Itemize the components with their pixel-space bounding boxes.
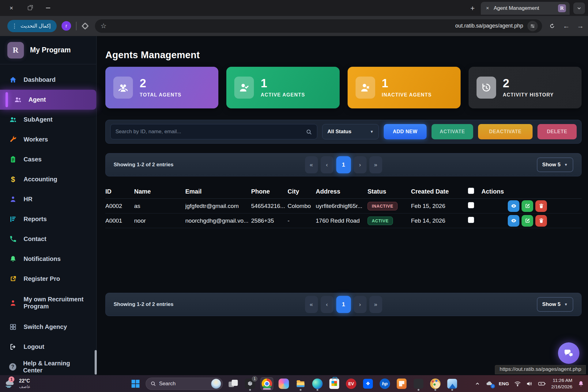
browser-tab[interactable]: × Agent Management R <box>481 2 570 15</box>
notification-bell-icon[interactable] <box>578 380 584 387</box>
tray-date: 2/16/2026 <box>551 384 572 390</box>
search-icon <box>150 381 156 386</box>
sidebar-item-reports[interactable]: Reports <box>0 209 96 229</box>
sidebar-item-dashboard[interactable]: Dashboard <box>0 70 96 90</box>
photos-app-button[interactable] <box>446 377 459 390</box>
sidebar-item-help-center[interactable]: ? Help & Learning Center <box>0 357 96 377</box>
brand-logo: R <box>7 42 24 58</box>
next-page-button[interactable]: › <box>354 296 367 313</box>
first-page-button[interactable]: « <box>305 156 318 173</box>
table-row[interactable]: A0001 noor noorchgdhg@gmail.vo... 2586+3… <box>105 213 582 228</box>
add-new-button[interactable]: ADD NEW <box>384 124 427 139</box>
view-button[interactable] <box>508 215 519 227</box>
show-per-page-select[interactable]: Show 5 ▼ <box>537 157 573 172</box>
last-page-button[interactable]: » <box>369 296 382 313</box>
window-titlebar: × + × Agent Management R <box>0 0 588 16</box>
show-per-page-select[interactable]: Show 5 ▼ <box>537 297 573 312</box>
forward-button[interactable]: → <box>575 20 586 32</box>
tab-close-icon[interactable]: × <box>484 5 491 11</box>
expressvpn-button[interactable]: EV <box>345 377 358 390</box>
language-indicator[interactable]: ENG <box>499 381 509 386</box>
prev-page-button[interactable]: ‹ <box>321 156 334 173</box>
hp-app-button[interactable]: hp <box>379 377 391 390</box>
sidebar-item-my-recruitment-program[interactable]: My own Recruitment Program <box>0 289 96 317</box>
chat-fab-button[interactable] <box>558 342 579 364</box>
table-row[interactable]: A0002 as jgfgfedtr@gmail.com 546543216..… <box>105 199 582 213</box>
select-all-checkbox[interactable] <box>468 188 474 194</box>
taskbar-center: Search 1 EV ❖ hp <box>130 377 459 390</box>
sidebar-item-switch-agency[interactable]: Switch Agency <box>0 317 96 337</box>
paint-app-button[interactable] <box>429 377 442 390</box>
prev-page-button[interactable]: ‹ <box>321 296 334 313</box>
url-text[interactable]: out.ratib.sa/pages/agent.php <box>107 23 527 29</box>
app-with-badge-button[interactable]: 1 <box>244 377 257 390</box>
edge-taskbar-button[interactable] <box>311 377 324 390</box>
mail-app-button[interactable] <box>395 377 408 390</box>
bookmark-star-icon[interactable]: ☆ <box>100 22 107 30</box>
page-1-button[interactable]: 1 <box>336 296 351 313</box>
delete-button[interactable]: DELETE <box>537 124 577 139</box>
sidebar-item-subagent[interactable]: SubAgent <box>0 110 96 130</box>
status-badge: INACTIVE <box>368 202 398 210</box>
sidebar-item-logout[interactable]: Logout <box>0 337 96 357</box>
deactivate-button[interactable]: DEACTIVATE <box>478 124 533 139</box>
search-box[interactable] <box>110 124 317 139</box>
reload-button[interactable] <box>546 20 558 32</box>
sidebar-item-contact[interactable]: Contact <box>0 229 96 249</box>
site-controls-icon[interactable] <box>527 21 538 31</box>
sidebar-item-cases[interactable]: Cases <box>0 149 96 169</box>
row-checkbox[interactable] <box>468 217 474 223</box>
dropbox-button[interactable]: ❖ <box>362 377 375 390</box>
window-minimize-button[interactable] <box>43 3 53 13</box>
wifi-icon[interactable] <box>514 381 521 386</box>
tray-chevron-up-icon[interactable] <box>475 381 480 386</box>
row-checkbox[interactable] <box>468 202 474 208</box>
taskbar-search[interactable]: Search <box>146 378 223 390</box>
background-app-button[interactable] <box>412 377 425 390</box>
back-button[interactable]: ← <box>560 20 572 32</box>
new-tab-button[interactable]: + <box>467 3 478 13</box>
edit-button[interactable] <box>522 215 533 227</box>
reload-icon <box>549 23 556 29</box>
start-button[interactable] <box>130 378 142 390</box>
tab-title: Agent Management <box>494 5 555 11</box>
sidebar-item-hr[interactable]: HR <box>0 189 96 209</box>
first-page-button[interactable]: « <box>305 296 318 313</box>
address-bar[interactable]: ☆ out.ratib.sa/pages/agent.php <box>95 19 542 33</box>
sidebar-item-accounting[interactable]: $ Accounting <box>0 169 96 189</box>
onedrive-tray-icon[interactable]: i <box>485 380 493 387</box>
tab-search-button[interactable] <box>573 2 585 14</box>
volume-icon[interactable] <box>526 381 533 386</box>
window-restore-button[interactable] <box>24 3 35 13</box>
file-explorer-button[interactable] <box>294 377 307 390</box>
ms-store-button[interactable] <box>328 377 341 390</box>
next-page-button[interactable]: › <box>354 156 367 173</box>
view-button[interactable] <box>508 200 519 212</box>
edit-button[interactable] <box>522 200 533 212</box>
sidebar-item-register-pro[interactable]: Register Pro <box>0 269 96 289</box>
browser-update-button[interactable]: ⋮ إكمال التحديث <box>7 20 57 32</box>
sidebar-item-notifications[interactable]: Notifications <box>0 249 96 269</box>
chrome-taskbar-button[interactable] <box>261 377 273 390</box>
status-filter-select[interactable]: All Status ▼ <box>322 124 379 139</box>
delete-row-button[interactable] <box>535 215 547 227</box>
stat-label: INACTIVE AGENTS <box>382 92 432 98</box>
sidebar-item-workers[interactable]: Workers <box>0 130 96 149</box>
extensions-puzzle-icon[interactable] <box>81 22 89 30</box>
activate-button[interactable]: ACTIVATE <box>432 124 473 139</box>
taskbar-clock[interactable]: 11:26 AM 2/16/2026 <box>551 377 572 390</box>
search-input[interactable] <box>115 129 306 135</box>
window-close-button[interactable]: × <box>6 3 17 13</box>
sidebar-item-agent[interactable]: Agent <box>0 90 96 110</box>
task-view-button[interactable] <box>227 377 240 390</box>
sidebar-scrollbar-thumb[interactable] <box>95 350 97 375</box>
weather-widget[interactable]: 1 22°C عاصف <box>4 378 31 389</box>
running-indicator <box>249 389 251 391</box>
last-page-button[interactable]: » <box>369 156 382 173</box>
copilot-taskbar-button[interactable] <box>277 377 290 390</box>
profile-avatar[interactable]: r <box>62 21 71 31</box>
cell-email: jgfgfedtr@gmail.com <box>185 203 251 209</box>
battery-charging-icon[interactable] <box>538 381 546 386</box>
page-1-button[interactable]: 1 <box>336 156 351 173</box>
delete-row-button[interactable] <box>535 200 547 212</box>
